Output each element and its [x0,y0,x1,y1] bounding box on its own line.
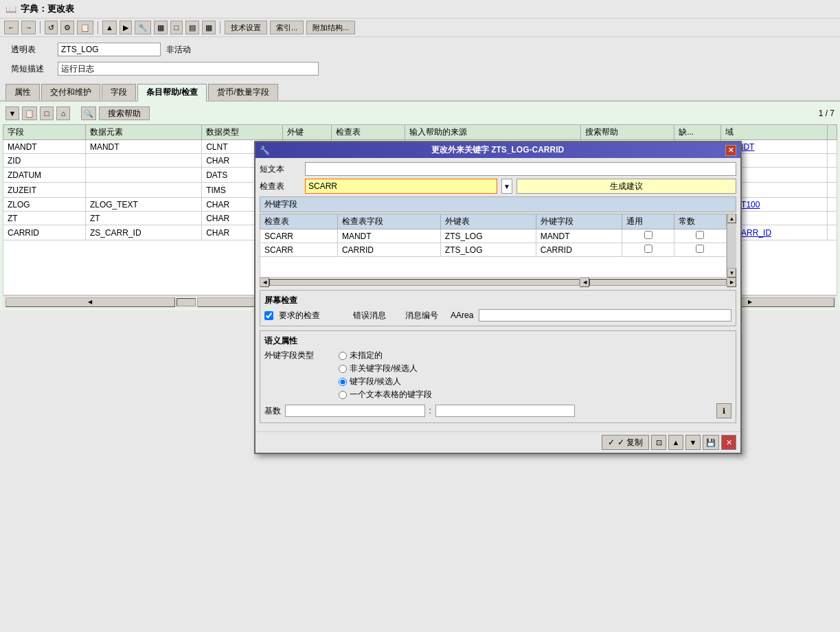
cell-field: ZUZEIT [3,183,86,198]
tab-delivery[interactable]: 交付和维护 [41,84,100,100]
fk-cell-common [622,229,674,243]
fk-cell-fk-table: ZTS_LOG [440,229,536,243]
toolbar-btn-4[interactable]: ⌂ [56,106,70,120]
dialog-icon: 🔧 [260,146,270,155]
tab-foreign-keys[interactable]: 条目帮助/检查 [137,84,207,102]
layout-btn3[interactable]: ▦ [202,21,216,34]
fk-cell-check-field: MANDT [337,229,440,243]
error-msg-label: 错误消息 [353,310,386,311]
inner-h-scroll: ◀ ◀ ▶ [260,278,736,287]
col-input-help: 输入帮助的来源 [405,125,581,140]
right-btn[interactable]: ▶ [120,21,132,34]
short-text-input[interactable] [305,162,736,176]
title-bar: 📖 字典：更改表 [0,0,840,19]
tech-settings-btn[interactable]: 技术设置 [225,21,267,34]
index-btn[interactable]: 索引... [270,21,304,34]
inner-v-scrollbar: ▲ ▼ [727,214,736,278]
common-checkbox[interactable] [644,231,652,239]
check-table-input[interactable] [305,179,497,194]
layout-btn1[interactable]: □ [170,21,183,34]
fk-col-fk-table: 外键表 [440,214,536,229]
cell-data-elem [85,183,201,198]
fk-col-constant: 常数 [674,214,726,229]
copy-btn[interactable]: 📋 [77,21,93,34]
search-help-btn[interactable]: 搜索帮助 [99,106,150,120]
col-data-elem: 数据元素 [85,125,201,140]
col-search-help: 搜索帮助 [581,125,674,140]
cell-field: CARRID [3,225,86,240]
tab-properties[interactable]: 属性 [5,84,40,100]
empty-cell [260,257,727,278]
generate-btn[interactable]: 生成建议 [517,179,736,194]
inner-h-track2[interactable] [589,279,727,286]
fk-dialog[interactable]: 🔧 更改外来关键字 ZTS_LOG-CARRID ✕ 短文本 检查表 ▼ 生成建… [254,141,742,311]
short-desc-input[interactable] [58,62,319,76]
short-text-row: 短文本 [260,162,736,176]
cell-field: ZDATUM [3,168,86,183]
up-btn[interactable]: ▲ [102,21,117,34]
constant-checkbox[interactable] [696,245,704,253]
cell-data-elem [85,154,201,168]
h-scroll-track[interactable] [177,298,196,306]
common-checkbox[interactable] [644,245,652,253]
sep1 [40,21,41,34]
search-icon-btn[interactable]: 🔍 [81,106,96,120]
inner-h-end[interactable]: ▶ [727,278,736,287]
cell-field: ZT [3,212,86,225]
short-desc-row: 简短描述 [5,59,835,78]
check-table-pick-btn[interactable]: ▼ [501,179,512,194]
toolbar-btn-1[interactable]: ▼ [5,106,19,120]
tab-currency[interactable]: 货币/数量字段 [208,84,277,100]
inner-h-left[interactable]: ◀ [260,278,269,287]
cell-field: ZID [3,154,86,168]
sep2 [98,21,98,34]
layout-btn2[interactable]: ▤ [185,21,199,34]
fk-col-common: 通用 [622,214,674,229]
inner-h-right[interactable]: ◀ [580,278,589,287]
constant-checkbox[interactable] [696,231,704,239]
toolbar-btn-3[interactable]: □ [40,106,54,120]
sep3 [220,21,220,34]
fk-row-empty [260,257,727,278]
dialog-body: 短文本 检查表 ▼ 生成建议 外键字段 检查表 检查表字段 [256,158,740,311]
config-btn[interactable]: ⚙ [60,21,74,34]
fk-cell-fk-field: MANDT [536,229,622,243]
screen-check-row: 要求的检查 错误消息 消息编号 AArea [264,309,731,311]
inner-h-track[interactable] [269,279,580,286]
fk-cell-fk-table: ZTS_LOG [440,243,536,257]
msg-number-label: 消息编号 [405,310,438,311]
refresh-btn[interactable]: ↺ [45,21,58,34]
dialog-title: 更改外来关键字 ZTS_LOG-CARRID [431,144,564,156]
fk-cell-constant [674,243,726,257]
status-badge: 非活动 [166,44,191,56]
msg-area-input[interactable] [479,309,731,311]
inner-scroll-down[interactable]: ▼ [727,268,736,278]
fk-row: SCARR CARRID ZTS_LOG CARRID [260,243,727,257]
transparent-input[interactable] [58,43,161,56]
forward-btn[interactable]: → [21,21,36,34]
inner-scroll-up[interactable]: ▲ [727,214,736,223]
toolbar-btn-2[interactable]: 📋 [22,106,37,120]
col-check-table: 检查表 [332,125,405,140]
table-header-row: 字段 数据元素 数据类型 外键 检查表 输入帮助的来源 搜索帮助 缺... 域 [3,125,837,140]
transparent-table-row: 透明表 非活动 [5,40,835,59]
fk-section-header: 外键字段 [260,196,736,212]
chart-btn[interactable]: ▦ [154,21,168,34]
col-field: 字段 [3,125,86,140]
tab-fields[interactable]: 字段 [102,84,136,100]
fk-inner-table: 检查表 检查表字段 外键表 外键字段 通用 常数 SCARR MANDT ZTS [260,214,727,278]
screen-check-section: 屏幕检查 要求的检查 错误消息 消息编号 AArea [260,290,736,311]
title-text: 字典：更改表 [21,3,74,15]
fk-section-label: 外键字段 [264,199,297,209]
col-fk: 外键 [282,125,331,140]
back-btn[interactable]: ← [4,21,19,34]
h-scroll-left[interactable]: ◀ [5,297,175,307]
add-struct-btn[interactable]: 附加结构... [306,21,355,34]
col-data-type: 数据类型 [202,125,283,140]
check-table-label: 检查表 [260,181,301,192]
dialog-close-btn[interactable]: ✕ [725,145,736,156]
scroll-spacer [828,198,837,212]
scroll-col [828,125,837,140]
tool-btn[interactable]: 🔧 [135,21,151,34]
short-text-label: 短文本 [260,163,301,175]
